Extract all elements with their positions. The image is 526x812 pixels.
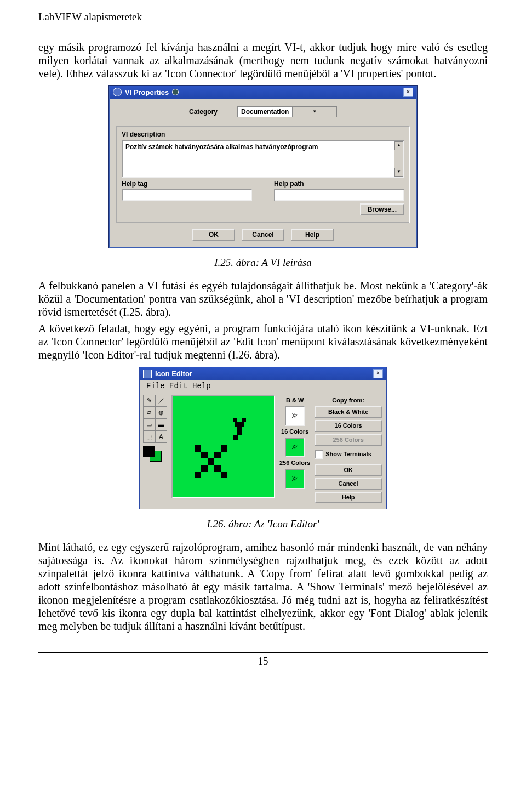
help-tag-label: Help tag xyxy=(122,180,252,188)
scroll-up-icon[interactable]: ▲ xyxy=(395,141,403,150)
gear-icon xyxy=(113,88,122,96)
bw-label: B & W xyxy=(286,397,304,404)
category-combo[interactable]: Documentation ▼ xyxy=(237,106,337,117)
icon-canvas[interactable] xyxy=(171,395,275,498)
help-tag-input[interactable] xyxy=(122,189,252,201)
show-terminals-checkbox[interactable]: Show Terminals xyxy=(315,450,382,459)
help-path-label: Help path xyxy=(274,180,404,188)
checkbox-icon[interactable] xyxy=(315,450,323,459)
vi-title: VI Properties xyxy=(125,88,169,97)
app-icon xyxy=(143,370,152,378)
cancel-button[interactable]: Cancel xyxy=(242,229,284,241)
vi-properties-dialog: VI Properties × Category Documentation ▼… xyxy=(109,86,417,248)
show-terminals-label: Show Terminals xyxy=(325,451,371,458)
help-path-input[interactable] xyxy=(274,189,404,201)
ie-help-button[interactable]: Help xyxy=(315,492,382,503)
select-tool[interactable]: ⬚ xyxy=(143,431,155,443)
category-value: Documentation xyxy=(238,108,292,116)
vi-desc-text: Pozitív számok hatványozására alkalmas h… xyxy=(125,143,318,151)
copy-from-label: Copy from: xyxy=(315,397,382,404)
scrollbar[interactable]: ▲▼ xyxy=(394,141,403,177)
ie-title: Icon Editor xyxy=(155,370,192,378)
text-tool[interactable]: A xyxy=(155,431,167,443)
color-swatch[interactable] xyxy=(143,446,162,462)
preview-bw[interactable]: Xʸ xyxy=(285,406,305,426)
help-button[interactable]: Help xyxy=(291,229,334,241)
preview-16[interactable]: Xʸ xyxy=(285,438,305,457)
ie-ok-button[interactable]: OK xyxy=(315,464,382,476)
copy-16-button[interactable]: 16 Colors xyxy=(315,420,382,431)
gear2-icon xyxy=(172,89,179,95)
paragraph-1: egy másik programozó fel kívánja használ… xyxy=(38,41,488,80)
browse-button[interactable]: Browse... xyxy=(360,203,404,215)
close-icon[interactable]: × xyxy=(403,88,413,97)
preview-256[interactable]: Xʸ xyxy=(285,469,305,489)
line-tool[interactable]: ／ xyxy=(155,395,167,407)
copy-256-button[interactable]: 256 Colors xyxy=(315,434,382,446)
page-header: LabVIEW alapismeretek xyxy=(38,11,488,25)
vi-titlebar[interactable]: VI Properties × xyxy=(110,86,416,99)
category-label: Category xyxy=(189,108,218,116)
menu-edit[interactable]: Edit xyxy=(169,382,188,391)
ie-titlebar[interactable]: Icon Editor × xyxy=(140,367,386,380)
ie-close-icon[interactable]: × xyxy=(373,369,383,378)
ok-button[interactable]: OK xyxy=(192,229,235,241)
fillrect-tool[interactable]: ▬ xyxy=(155,419,167,431)
dropper-tool[interactable]: ⧉ xyxy=(143,407,155,419)
ie-menubar[interactable]: File Edit Help xyxy=(143,380,382,393)
paragraph-3: A következő feladat, hogy egy egyéni, a … xyxy=(38,322,488,361)
chevron-down-icon[interactable]: ▼ xyxy=(292,107,336,117)
fill-tool[interactable]: ◍ xyxy=(155,407,167,419)
pencil-tool[interactable]: ✎ xyxy=(143,395,155,407)
tool-palette: ✎／ ⧉◍ ▭▬ ⬚A xyxy=(143,395,167,503)
ie-cancel-button[interactable]: Cancel xyxy=(315,478,382,490)
menu-file[interactable]: File xyxy=(146,382,165,391)
vi-desc-label: VI description xyxy=(122,130,404,138)
page-number: 15 xyxy=(38,652,488,668)
figure-caption-1: I.25. ábra: A VI leírása xyxy=(38,257,488,269)
rect-tool[interactable]: ▭ xyxy=(143,419,155,431)
scroll-down-icon[interactable]: ▼ xyxy=(395,168,403,177)
c256-label: 256 Colors xyxy=(279,459,310,467)
fg-color[interactable] xyxy=(143,446,155,457)
icon-editor-dialog: Icon Editor × File Edit Help ✎／ ⧉◍ ▭▬ ⬚A xyxy=(139,367,387,509)
menu-help[interactable]: Help xyxy=(192,382,211,391)
paragraph-2: A felbukkanó panelen a VI futási és egyé… xyxy=(38,279,488,319)
vi-desc-textarea[interactable]: Pozitív számok hatványozására alkalmas h… xyxy=(122,140,404,178)
paragraph-4: Mint látható, ez egy egyszerű rajzolópro… xyxy=(38,541,488,633)
copy-bw-button[interactable]: Black & White xyxy=(315,406,382,418)
figure-caption-2: I.26. ábra: Az 'Icon Editor' xyxy=(38,518,488,531)
c16-label: 16 Colors xyxy=(281,428,308,435)
